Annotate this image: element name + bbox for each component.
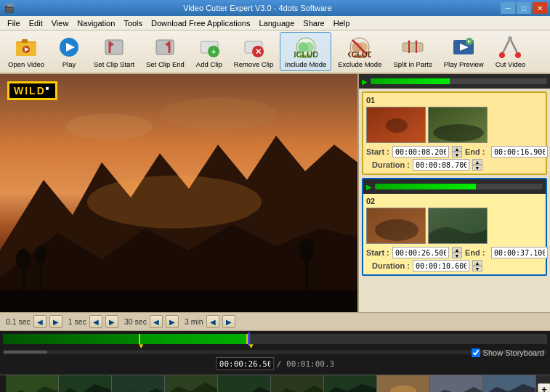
play-preview-button[interactable]: Play Preview [439, 32, 489, 71]
svg-point-58 [160, 98, 276, 130]
cut-video-label: Cut Video [496, 60, 526, 68]
zoom-in-button[interactable]: + [538, 383, 550, 393]
menu-file[interactable]: File [3, 17, 25, 29]
film-thumb-9-img [483, 375, 535, 392]
filmstrip-scroll-left[interactable]: ◀ [0, 375, 6, 392]
split-in-parts-button[interactable]: Split in Parts [388, 32, 437, 71]
set-clip-end-icon [153, 36, 177, 59]
cut-video-button[interactable]: Cut Video [490, 32, 531, 71]
clip-01-dur-up[interactable]: ▲ [472, 159, 482, 165]
tl-scale4-label: 3 min [185, 317, 203, 326]
set-clip-start-button[interactable]: Set Clip Start [89, 32, 139, 71]
tl-prev-3-button[interactable]: ◀ [150, 315, 163, 328]
clip-01-start-down[interactable]: ▼ [452, 152, 462, 158]
clip-02-start-label: Start : [366, 248, 389, 257]
open-video-button[interactable]: Open Video [3, 32, 49, 71]
film-thumb-5-img [271, 375, 323, 392]
time-display: / 00:01:00.3 [216, 357, 334, 370]
menu-tools[interactable]: Tools [119, 17, 147, 29]
total-time: / 00:01:00.3 [277, 359, 334, 369]
current-time-input[interactable] [216, 357, 274, 370]
show-storyboard-control: Show Storyboard [472, 348, 544, 357]
clip-02-dur-down[interactable]: ▼ [472, 266, 482, 271]
svg-point-57 [65, 114, 153, 140]
minimize-button[interactable]: ─ [501, 2, 515, 14]
tl-next-3-button[interactable]: ▶ [166, 315, 179, 328]
tl-prev-1-button[interactable]: ◀ [33, 315, 46, 328]
tl-prev-2-button[interactable]: ◀ [89, 315, 102, 328]
clip-01-start-spin: ▲ ▼ [452, 146, 462, 158]
menu-edit[interactable]: Edit [25, 17, 47, 29]
remove-clip-button[interactable]: ✕ Remove Clip [229, 32, 278, 71]
clip-02-start-input[interactable] [392, 247, 449, 258]
clip-01-start-input[interactable] [392, 146, 449, 158]
close-button[interactable]: ✕ [533, 2, 547, 14]
play-button[interactable]: Play [51, 32, 87, 71]
menu-share[interactable]: Share [299, 17, 328, 29]
play-label: Play [62, 60, 76, 68]
window-controls: ─ □ ✕ [501, 2, 547, 14]
show-storyboard-label: Show Storyboard [483, 348, 544, 357]
svg-rect-7 [105, 40, 123, 54]
tl-next-4-button[interactable]: ▶ [222, 315, 235, 328]
exclude-mode-button[interactable]: EXCLUDE Exclude Mode [333, 32, 387, 71]
mini-track[interactable] [3, 350, 547, 354]
tl-next-1-button[interactable]: ▶ [49, 315, 62, 328]
svg-point-54 [35, 246, 46, 264]
exclude-mode-label: Exclude Mode [338, 60, 381, 68]
scrubber-track[interactable] [3, 334, 547, 344]
clip-01-thumb2 [428, 107, 488, 143]
film-thumb-3: 00:00:3.0 [165, 375, 218, 392]
tl-group-3: 30 sec ◀ ▶ [124, 315, 179, 328]
tl-group-4: 3 min ◀ ▶ [185, 315, 235, 328]
clip-01-start-up[interactable]: ▲ [452, 146, 462, 152]
menu-help[interactable]: Help [329, 17, 355, 29]
scrubber-selection[interactable] [139, 334, 248, 344]
film-thumb-7-img [377, 375, 429, 392]
clip-end-label: End : [465, 147, 488, 156]
clips-panel: ▶ 01 Start : ▲ [357, 74, 550, 312]
clips-progress-bar [371, 78, 547, 84]
tl-prev-4-button[interactable]: ◀ [206, 315, 219, 328]
svg-rect-32 [403, 43, 423, 52]
clip-item-01: 01 Start : ▲ ▼ End : ▲ [362, 91, 547, 175]
zoom-controls: + − [536, 375, 550, 392]
film-thumb-2-img [112, 375, 164, 392]
set-clip-end-label: Set Clip End [146, 60, 185, 68]
clip-02-duration-input[interactable] [413, 260, 469, 271]
set-clip-end-button[interactable]: Set Clip End [141, 32, 190, 71]
clip-02-duration-row: Duration : ▲ ▼ [366, 260, 543, 271]
svg-point-59 [87, 176, 262, 229]
clip-02-start-down[interactable]: ▼ [452, 253, 462, 258]
mini-handle[interactable] [4, 351, 47, 354]
clip-02-number: 02 [366, 197, 375, 205]
clip-02-start-up[interactable]: ▲ [452, 247, 462, 253]
menu-navigation[interactable]: Navigation [73, 17, 119, 29]
maximize-button[interactable]: □ [517, 2, 531, 14]
clip-01-dur-down[interactable]: ▼ [472, 165, 482, 171]
clip-02-play-button[interactable]: ▶ [366, 183, 372, 191]
clip-01-start-row: Start : ▲ ▼ End : ▲ ▼ [366, 146, 543, 158]
clip-02-thumbnails [366, 208, 543, 244]
clip-01-duration-input[interactable] [413, 159, 469, 171]
menu-view[interactable]: View [47, 17, 73, 29]
clip-02-dur-up[interactable]: ▲ [472, 260, 482, 266]
include-mode-button[interactable]: INCLUDE Include Mode [280, 32, 331, 71]
clip-01-end-input[interactable] [491, 146, 548, 158]
open-video-icon [15, 36, 38, 59]
tl-scale2-label: 1 sec [68, 317, 86, 326]
app-icon: 🎬 [3, 2, 15, 14]
clip-01-thumb1 [366, 107, 426, 143]
tl-next-2-button[interactable]: ▶ [105, 315, 118, 328]
film-thumb-1: 00:00:1.0 [59, 375, 112, 392]
show-storyboard-checkbox[interactable] [472, 348, 480, 357]
add-clip-button[interactable]: + Add Clip [191, 32, 227, 71]
clip-02-end-input[interactable] [491, 247, 548, 258]
clip-01-duration-spin: ▲ ▼ [472, 159, 482, 171]
menu-language[interactable]: Language [254, 17, 299, 29]
film-thumb-9: 00:00:9.0 [483, 375, 536, 392]
marker-start-triangle: ▼ [137, 343, 145, 350]
film-thumb-8-img [430, 375, 482, 392]
menu-download[interactable]: Download Free Applications [147, 17, 254, 29]
clips-play-button[interactable]: ▶ [362, 78, 368, 86]
